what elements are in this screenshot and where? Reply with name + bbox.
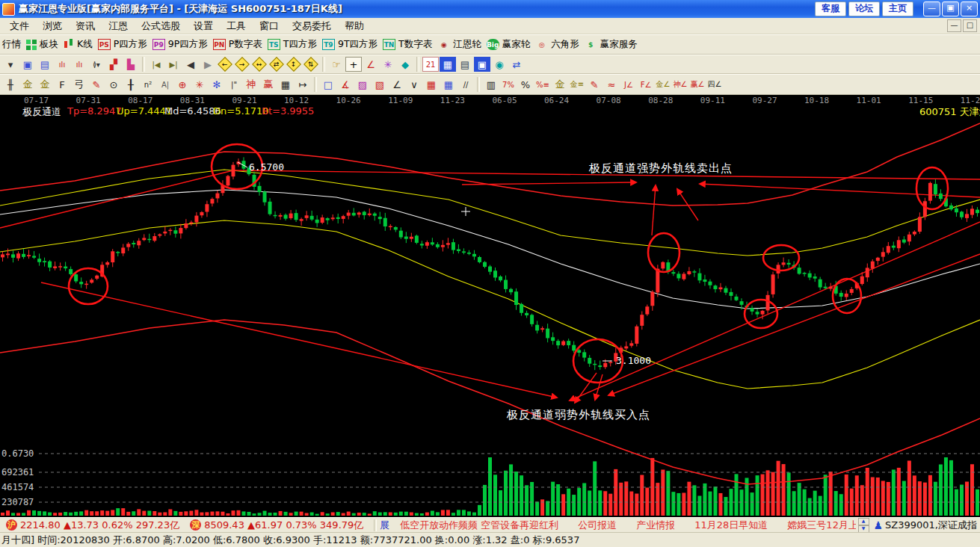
toolbar-first-bar[interactable]: |◀ [148,57,164,72]
toolbar-compress-v[interactable]: ⇅ [303,57,319,72]
toolbar-gann-bow[interactable]: 弓 [71,77,87,92]
toolbar-pan-left[interactable]: ← [217,57,233,72]
toolbar-gann-gold-2[interactable]: 金 [37,77,53,92]
menu-item-公式选股[interactable]: 公式选股 [135,19,187,34]
toolbar-gann-ticks[interactable]: |" [226,77,242,92]
toolbar-item-9p-square[interactable]: P99P四方形 [152,38,208,51]
toolbar-item-winner-wheel[interactable]: Big赢家轮 [487,38,531,51]
ticker-spinner[interactable]: ▲▼ [858,518,869,533]
toolbar-web[interactable]: ◉ [491,57,508,72]
kline-canvas[interactable]: 0.67306923614615742307876.57003.1000极反通道… [0,95,980,517]
toolbar-item-hexagon[interactable]: ◎六角形 [535,38,579,51]
toolbar-item-p-square[interactable]: PSP四方形 [98,38,147,51]
toolbar-hand-tool[interactable]: ☞ [328,57,345,72]
toolbar-item-winner-service[interactable]: $赢家服务 [585,38,638,51]
toolbar-region-frame[interactable]: ▣ [19,57,36,72]
toolbar-tool-gold-circle[interactable]: 金 [552,77,568,92]
toolbar-calendar[interactable]: 21 [422,57,439,72]
toolbar-item-sectors[interactable]: 板块 [26,38,58,51]
toolbar-draw-box[interactable]: □ [320,77,336,92]
toolbar-gann-pen-red[interactable]: ✎ [88,77,105,92]
toolbar-gann-a-line[interactable]: A| [157,77,173,92]
spinner-up-icon[interactable]: ▲ [858,518,869,525]
toolbar-tool-pct[interactable]: % [517,77,534,92]
toolbar-item-kline[interactable]: K线 [64,38,93,51]
toolbar-red-chart[interactable]: ▞ [105,57,122,72]
toolbar-transfer[interactable]: ⇄ [508,57,525,72]
toolbar-angle-tool[interactable]: ∠ [363,57,379,72]
toolbar-compress-h[interactable]: ⇄ [268,57,285,72]
toolbar-angle-si[interactable]: 四∠ [706,77,723,92]
toolbar-split-h[interactable]: ↔ [251,57,268,72]
toolbar-crosshair-tool[interactable]: + [345,57,362,72]
toolbar-gann-grid[interactable]: ╫ [2,77,19,92]
toolbar-next-bar[interactable]: ▶ [200,57,216,72]
toolbar-gann-span[interactable]: ↦ [295,77,311,92]
toolbar-gann-gold-1[interactable]: 金 [19,77,36,92]
menu-item-工具[interactable]: 工具 [220,19,253,34]
toolbar-notes[interactable]: ▤ [457,57,473,72]
restore-button[interactable]: ▣ [942,1,959,16]
title-button-主页[interactable]: 主页 [882,1,913,16]
index-selector[interactable]: SZ399001,深证成指 [885,519,977,532]
title-button-论坛[interactable]: 论坛 [848,1,880,16]
toolbar-calculator[interactable]: ▦ [440,57,456,72]
close-button[interactable]: × [961,1,978,16]
toolbar-item-t-square[interactable]: TST四方形 [268,38,317,51]
toolbar-tool-columns[interactable]: ▥ [483,77,499,92]
toolbar-draw-angles[interactable]: ∠ [389,77,405,92]
toolbar-gann-hash[interactable]: ╂ [123,77,139,92]
toolbar-info-panel[interactable]: ▤ [37,57,53,72]
toolbar-draw-fan-red[interactable]: ∡ [337,77,354,92]
toolbar-tool-7pct[interactable]: 7% [500,77,517,92]
menu-item-浏览[interactable]: 浏览 [36,19,69,34]
toolbar-gann-n2[interactable]: n² [140,77,156,92]
toolbar-draw-fan-grid[interactable]: ▨ [354,77,371,92]
toolbar-tool-pen[interactable]: ✎ [586,77,603,92]
toolbar-tool-pct-lines[interactable]: %≡ [534,77,551,92]
toolbar-gann-ying[interactable]: 赢 [260,77,277,92]
menu-item-窗口[interactable]: 窗口 [253,19,286,34]
toolbar-gann-circle[interactable]: ⊙ [105,77,122,92]
toolbar-pan-right[interactable]: → [234,57,250,72]
toolbar-candle-style[interactable]: ≬▾ [88,57,105,72]
toolbar-item-t-table[interactable]: TNT数字表 [383,38,432,51]
toolbar-chart-type-caret[interactable]: ▾ [2,57,19,72]
news-ticker[interactable]: 展 低空开放动作频频 空管设备再迎红利公司报道产业情报11月28日早知道嫦娥三号… [380,519,855,532]
menu-item-资讯[interactable]: 资讯 [69,19,102,34]
menu-item-设置[interactable]: 设置 [187,19,220,34]
menu-minimize-button[interactable]: — [947,19,961,32]
toolbar-tool-gold-lines[interactable]: 金≡ [569,77,585,92]
toolbar-gann-web[interactable]: ✻ [209,77,225,92]
toolbar-gann-compass[interactable]: ⊕ [174,77,191,92]
menu-item-文件[interactable]: 文件 [3,19,36,34]
toolbar-item-9t-square[interactable]: T99T四方形 [322,38,377,51]
toolbar-angle-j[interactable]: J∠ [620,77,637,92]
toolbar-draw-fan-box[interactable]: ▧ [372,77,388,92]
toolbar-gann-shape-tool[interactable]: ✳ [380,57,396,72]
toolbar-bars-3[interactable]: ılı [54,57,70,72]
toolbar-draw-grid-red[interactable]: ▦ [423,77,440,92]
menu-item-帮助[interactable]: 帮助 [338,19,371,34]
toolbar-gann-f[interactable]: F [54,77,70,92]
title-button-客服[interactable]: 客服 [815,1,846,16]
toolbar-gann-ruler[interactable]: ▦ [277,77,294,92]
toolbar-gann-shen[interactable]: 神 [243,77,259,92]
toolbar-pattern-tool[interactable]: ◆ [397,57,413,72]
toolbar-draw-slashes[interactable]: // [457,77,474,92]
minimize-button[interactable]: — [923,1,940,16]
toolbar-prev-bar[interactable]: ◀ [182,57,199,72]
menu-item-江恩[interactable]: 江恩 [102,19,135,34]
toolbar-item-p-table[interactable]: PNP数字表 [213,38,262,51]
toolbar-angle-shen[interactable]: 神∠ [672,77,688,92]
toolbar-gann-star[interactable]: ✳ [191,77,208,92]
toolbar-draw-check[interactable]: ∨ [406,77,422,92]
menu-restore-button[interactable]: □ [963,19,977,32]
toolbar-color-chart[interactable]: ▙ [123,57,139,72]
toolbar-item-quotes[interactable]: 行情 [2,38,21,51]
menu-item-交易委托[interactable]: 交易委托 [286,19,338,34]
toolbar-item-gann-wheel[interactable]: ◉江恩轮 [437,38,481,51]
spinner-down-icon[interactable]: ▼ [858,525,869,533]
toolbar-angle-ying[interactable]: 赢∠ [689,77,706,92]
toolbar-bars-9[interactable]: ılı [71,57,87,72]
